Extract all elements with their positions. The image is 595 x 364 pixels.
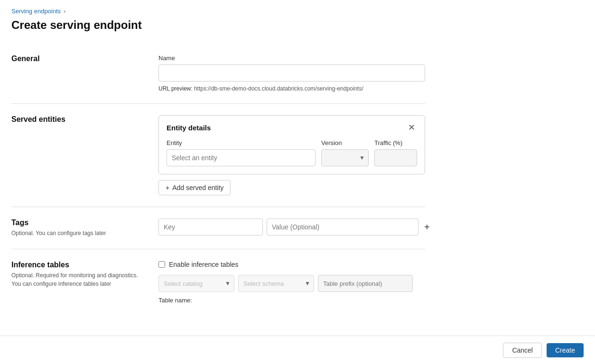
breadcrumb-link[interactable]: Serving endpoints	[11, 8, 61, 15]
catalog-select[interactable]: Select catalog	[158, 275, 234, 292]
url-preview: URL preview: https://db-sme-demo-docs.cl…	[158, 85, 425, 92]
table-prefix-input[interactable]	[318, 275, 413, 292]
cancel-button[interactable]: Cancel	[503, 343, 542, 358]
inference-tables-description: Optional. Required for monitoring and di…	[11, 271, 147, 288]
schema-select[interactable]: Select schema	[238, 275, 314, 292]
traffic-label: Traffic (%)	[374, 139, 417, 146]
enable-inference-checkbox[interactable]	[158, 261, 165, 268]
tags-section-left: Tags Optional. You can configure tags la…	[11, 218, 158, 237]
entity-select-input[interactable]	[167, 149, 316, 166]
tag-key-input[interactable]	[158, 218, 263, 236]
entity-label: Entity	[167, 139, 316, 146]
inference-fields: Select catalog ▼ Select schema ▼	[158, 275, 425, 292]
breadcrumb-separator: ›	[64, 8, 65, 15]
traffic-field: Traffic (%) 100	[374, 139, 417, 166]
inference-tables-section: Inference tables Optional. Required for …	[11, 249, 425, 315]
general-section-left: General	[11, 55, 158, 92]
tags-title: Tags	[11, 218, 147, 227]
tags-section: Tags Optional. You can configure tags la…	[11, 207, 425, 249]
entity-card: Entity details ✕ Entity Version	[158, 115, 425, 174]
general-section: General Name URL preview: https://db-sme…	[11, 43, 425, 104]
enable-inference-checkbox-row: Enable inference tables	[158, 261, 425, 268]
inference-tables-section-right: Enable inference tables Select catalog ▼…	[158, 261, 425, 304]
add-tag-button[interactable]: +	[422, 222, 432, 232]
general-section-title: General	[11, 55, 147, 63]
version-select[interactable]	[321, 149, 369, 166]
inference-tables-title: Inference tables	[11, 261, 147, 269]
entity-card-header: Entity details ✕	[167, 123, 417, 132]
tag-value-input[interactable]	[267, 218, 418, 236]
add-entity-icon: +	[166, 184, 169, 191]
create-button[interactable]: Create	[547, 343, 584, 357]
version-field: Version ▼	[321, 139, 369, 166]
tags-section-right: +	[158, 218, 432, 237]
name-label: Name	[158, 55, 425, 62]
entity-field: Entity	[167, 139, 316, 166]
served-entities-section: Served entities Entity details ✕ Entity …	[11, 104, 425, 207]
breadcrumb: Serving endpoints ›	[11, 8, 425, 15]
general-section-right: Name URL preview: https://db-sme-demo-do…	[158, 55, 425, 92]
add-entity-label: Add served entity	[172, 184, 223, 191]
version-select-wrapper: ▼	[321, 149, 369, 166]
table-name-row: Table name:	[158, 297, 425, 304]
footer: Cancel Create	[0, 336, 595, 364]
schema-select-wrapper: Select schema ▼	[238, 275, 314, 292]
served-entities-section-right: Entity details ✕ Entity Version	[158, 115, 425, 195]
entity-card-close-button[interactable]: ✕	[406, 123, 417, 132]
version-label: Version	[321, 139, 369, 146]
add-served-entity-button[interactable]: + Add served entity	[158, 180, 231, 195]
served-entities-title: Served entities	[11, 115, 147, 124]
entity-card-title: Entity details	[167, 124, 211, 132]
table-name-label: Table name:	[158, 297, 192, 304]
served-entities-section-left: Served entities	[11, 115, 158, 195]
tags-row: +	[158, 218, 432, 236]
name-input[interactable]	[158, 64, 425, 82]
tags-description: Optional. You can configure tags later	[11, 229, 147, 237]
entity-fields: Entity Version ▼ Traffic (%)	[167, 139, 417, 166]
page-title: Create serving endpoint	[11, 18, 425, 32]
enable-inference-label[interactable]: Enable inference tables	[169, 261, 238, 268]
catalog-select-wrapper: Select catalog ▼	[158, 275, 234, 292]
traffic-input[interactable]: 100	[374, 149, 417, 166]
inference-tables-section-left: Inference tables Optional. Required for …	[11, 261, 158, 304]
